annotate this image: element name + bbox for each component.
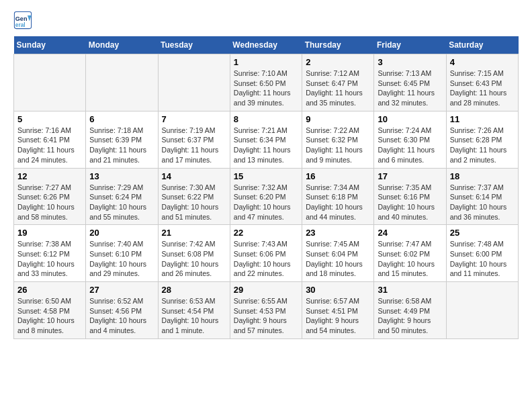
calendar-cell: 13Sunrise: 7:29 AM Sunset: 6:24 PM Dayli… bbox=[86, 168, 158, 225]
day-number: 18 bbox=[450, 171, 515, 181]
calendar-cell: 6Sunrise: 7:18 AM Sunset: 6:39 PM Daylig… bbox=[86, 111, 158, 168]
weekday-header-monday: Monday bbox=[86, 36, 158, 54]
day-number: 22 bbox=[234, 228, 298, 238]
day-info: Sunrise: 7:43 AM Sunset: 6:06 PM Dayligh… bbox=[234, 239, 298, 279]
calendar-cell: 24Sunrise: 7:47 AM Sunset: 6:02 PM Dayli… bbox=[374, 225, 446, 282]
day-number: 10 bbox=[378, 114, 442, 124]
weekday-header-sunday: Sunday bbox=[14, 36, 86, 54]
weekday-header-tuesday: Tuesday bbox=[158, 36, 230, 54]
calendar-cell: 2Sunrise: 7:12 AM Sunset: 6:47 PM Daylig… bbox=[302, 54, 374, 111]
day-info: Sunrise: 7:45 AM Sunset: 6:04 PM Dayligh… bbox=[306, 239, 370, 279]
logo-icon: Gen eral bbox=[13, 11, 32, 30]
calendar-cell: 16Sunrise: 7:34 AM Sunset: 6:18 PM Dayli… bbox=[302, 168, 374, 225]
day-info: Sunrise: 7:26 AM Sunset: 6:28 PM Dayligh… bbox=[450, 126, 515, 165]
calendar-cell: 1Sunrise: 7:10 AM Sunset: 6:50 PM Daylig… bbox=[230, 54, 302, 111]
day-info: Sunrise: 7:47 AM Sunset: 6:02 PM Dayligh… bbox=[378, 239, 442, 279]
calendar-week-row: 19Sunrise: 7:38 AM Sunset: 6:12 PM Dayli… bbox=[14, 225, 519, 282]
day-info: Sunrise: 7:30 AM Sunset: 6:22 PM Dayligh… bbox=[162, 183, 226, 222]
day-info: Sunrise: 6:53 AM Sunset: 4:54 PM Dayligh… bbox=[162, 296, 226, 336]
calendar-cell: 8Sunrise: 7:21 AM Sunset: 6:34 PM Daylig… bbox=[230, 111, 302, 168]
day-info: Sunrise: 7:37 AM Sunset: 6:14 PM Dayligh… bbox=[450, 183, 515, 222]
day-number: 4 bbox=[450, 57, 515, 67]
day-info: Sunrise: 6:57 AM Sunset: 4:51 PM Dayligh… bbox=[306, 296, 370, 336]
day-info: Sunrise: 7:18 AM Sunset: 6:39 PM Dayligh… bbox=[89, 126, 154, 165]
day-info: Sunrise: 7:40 AM Sunset: 6:10 PM Dayligh… bbox=[89, 239, 154, 279]
calendar-cell: 25Sunrise: 7:48 AM Sunset: 6:00 PM Dayli… bbox=[446, 225, 518, 282]
day-number: 30 bbox=[306, 285, 370, 295]
calendar-cell: 19Sunrise: 7:38 AM Sunset: 6:12 PM Dayli… bbox=[14, 225, 86, 282]
day-number: 25 bbox=[450, 228, 515, 238]
day-number: 12 bbox=[17, 171, 82, 181]
calendar-cell: 18Sunrise: 7:37 AM Sunset: 6:14 PM Dayli… bbox=[446, 168, 518, 225]
day-info: Sunrise: 7:34 AM Sunset: 6:18 PM Dayligh… bbox=[306, 183, 370, 222]
day-number: 28 bbox=[162, 285, 226, 295]
day-info: Sunrise: 7:48 AM Sunset: 6:00 PM Dayligh… bbox=[450, 239, 515, 279]
day-number: 6 bbox=[89, 114, 154, 124]
calendar-cell: 17Sunrise: 7:35 AM Sunset: 6:16 PM Dayli… bbox=[374, 168, 446, 225]
day-info: Sunrise: 6:52 AM Sunset: 4:56 PM Dayligh… bbox=[89, 296, 154, 336]
day-info: Sunrise: 7:21 AM Sunset: 6:34 PM Dayligh… bbox=[234, 126, 298, 165]
day-number: 26 bbox=[17, 285, 82, 295]
day-info: Sunrise: 7:13 AM Sunset: 6:45 PM Dayligh… bbox=[378, 68, 442, 108]
day-number: 20 bbox=[89, 228, 154, 238]
calendar-cell bbox=[86, 54, 158, 111]
calendar-cell: 30Sunrise: 6:57 AM Sunset: 4:51 PM Dayli… bbox=[302, 282, 374, 339]
calendar-cell: 23Sunrise: 7:45 AM Sunset: 6:04 PM Dayli… bbox=[302, 225, 374, 282]
day-info: Sunrise: 7:38 AM Sunset: 6:12 PM Dayligh… bbox=[17, 239, 82, 279]
day-info: Sunrise: 7:42 AM Sunset: 6:08 PM Dayligh… bbox=[162, 239, 226, 279]
svg-text:eral: eral bbox=[15, 21, 26, 28]
weekday-header-row: SundayMondayTuesdayWednesdayThursdayFrid… bbox=[14, 36, 519, 54]
calendar-week-row: 26Sunrise: 6:50 AM Sunset: 4:58 PM Dayli… bbox=[14, 282, 519, 339]
calendar-cell: 9Sunrise: 7:22 AM Sunset: 6:32 PM Daylig… bbox=[302, 111, 374, 168]
calendar-cell bbox=[446, 282, 518, 339]
calendar-week-row: 12Sunrise: 7:27 AM Sunset: 6:26 PM Dayli… bbox=[14, 168, 519, 225]
day-info: Sunrise: 7:27 AM Sunset: 6:26 PM Dayligh… bbox=[17, 183, 82, 222]
calendar-cell: 22Sunrise: 7:43 AM Sunset: 6:06 PM Dayli… bbox=[230, 225, 302, 282]
day-info: Sunrise: 7:22 AM Sunset: 6:32 PM Dayligh… bbox=[306, 126, 370, 165]
calendar-cell: 12Sunrise: 7:27 AM Sunset: 6:26 PM Dayli… bbox=[14, 168, 86, 225]
day-number: 17 bbox=[378, 171, 442, 181]
calendar-cell: 5Sunrise: 7:16 AM Sunset: 6:41 PM Daylig… bbox=[14, 111, 86, 168]
day-info: Sunrise: 7:19 AM Sunset: 6:37 PM Dayligh… bbox=[162, 126, 226, 165]
calendar-cell: 31Sunrise: 6:58 AM Sunset: 4:49 PM Dayli… bbox=[374, 282, 446, 339]
day-info: Sunrise: 6:50 AM Sunset: 4:58 PM Dayligh… bbox=[17, 296, 82, 336]
day-number: 23 bbox=[306, 228, 370, 238]
calendar-week-row: 5Sunrise: 7:16 AM Sunset: 6:41 PM Daylig… bbox=[14, 111, 519, 168]
day-number: 2 bbox=[306, 57, 370, 67]
day-info: Sunrise: 7:15 AM Sunset: 6:43 PM Dayligh… bbox=[450, 68, 515, 108]
calendar-cell bbox=[14, 54, 86, 111]
calendar-week-row: 1Sunrise: 7:10 AM Sunset: 6:50 PM Daylig… bbox=[14, 54, 519, 111]
calendar-cell: 10Sunrise: 7:24 AM Sunset: 6:30 PM Dayli… bbox=[374, 111, 446, 168]
day-number: 13 bbox=[89, 171, 154, 181]
day-info: Sunrise: 7:16 AM Sunset: 6:41 PM Dayligh… bbox=[17, 126, 82, 165]
day-number: 9 bbox=[306, 114, 370, 124]
day-number: 24 bbox=[378, 228, 442, 238]
day-number: 3 bbox=[378, 57, 442, 67]
calendar-table: SundayMondayTuesdayWednesdayThursdayFrid… bbox=[13, 36, 519, 339]
weekday-header-wednesday: Wednesday bbox=[230, 36, 302, 54]
calendar-cell bbox=[158, 54, 230, 111]
day-info: Sunrise: 7:12 AM Sunset: 6:47 PM Dayligh… bbox=[306, 68, 370, 108]
calendar-cell: 11Sunrise: 7:26 AM Sunset: 6:28 PM Dayli… bbox=[446, 111, 518, 168]
day-number: 21 bbox=[162, 228, 226, 238]
day-number: 27 bbox=[89, 285, 154, 295]
day-info: Sunrise: 7:24 AM Sunset: 6:30 PM Dayligh… bbox=[378, 126, 442, 165]
logo: Gen eral bbox=[13, 11, 35, 30]
day-number: 15 bbox=[234, 171, 298, 181]
day-number: 19 bbox=[17, 228, 82, 238]
weekday-header-saturday: Saturday bbox=[446, 36, 518, 54]
weekday-header-friday: Friday bbox=[374, 36, 446, 54]
day-info: Sunrise: 7:32 AM Sunset: 6:20 PM Dayligh… bbox=[234, 183, 298, 222]
day-info: Sunrise: 6:58 AM Sunset: 4:49 PM Dayligh… bbox=[378, 296, 442, 336]
day-number: 8 bbox=[234, 114, 298, 124]
page-header: Gen eral bbox=[13, 11, 519, 30]
day-number: 14 bbox=[162, 171, 226, 181]
day-number: 7 bbox=[162, 114, 226, 124]
calendar-cell: 26Sunrise: 6:50 AM Sunset: 4:58 PM Dayli… bbox=[14, 282, 86, 339]
calendar-cell: 28Sunrise: 6:53 AM Sunset: 4:54 PM Dayli… bbox=[158, 282, 230, 339]
day-number: 1 bbox=[234, 57, 298, 67]
day-info: Sunrise: 7:35 AM Sunset: 6:16 PM Dayligh… bbox=[378, 183, 442, 222]
day-number: 5 bbox=[17, 114, 82, 124]
day-info: Sunrise: 7:29 AM Sunset: 6:24 PM Dayligh… bbox=[89, 183, 154, 222]
calendar-cell: 29Sunrise: 6:55 AM Sunset: 4:53 PM Dayli… bbox=[230, 282, 302, 339]
